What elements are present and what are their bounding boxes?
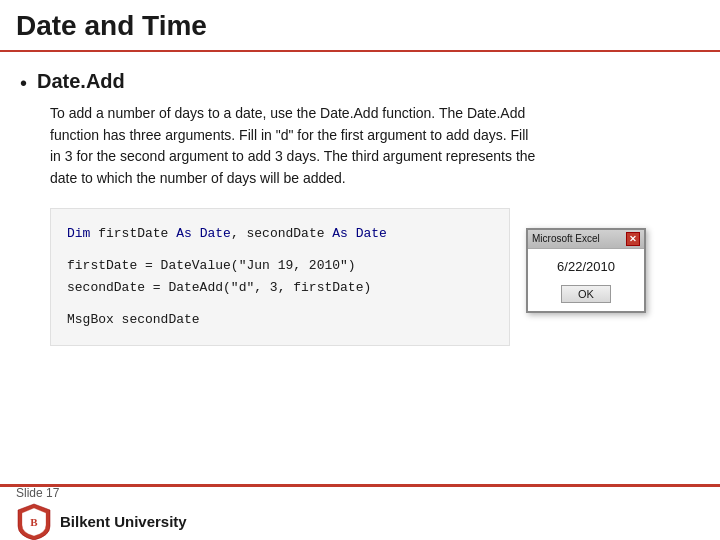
code-line-1: Dim firstDate As Date, secondDate As Dat… — [67, 223, 493, 245]
excel-body: 6/22/2010 OK — [528, 249, 644, 311]
bullet-label: Date.Add — [37, 70, 125, 93]
code-block: Dim firstDate As Date, secondDate As Dat… — [50, 208, 510, 346]
code-line-4: MsgBox secondDate — [67, 309, 493, 331]
code-line-2: firstDate = DateValue("Jun 19, 2010") — [67, 255, 493, 277]
code-line-3: secondDate = DateAdd("d", 3, firstDate) — [67, 277, 493, 299]
svg-text:B: B — [30, 516, 38, 528]
main-content: • Date.Add To add a number of days to a … — [0, 52, 720, 356]
logo-area: B Bilkent University — [16, 502, 187, 541]
excel-close-button[interactable]: ✕ — [626, 232, 640, 246]
page-header: Date and Time — [0, 0, 720, 52]
excel-dialog: Microsoft Excel ✕ 6/22/2010 OK — [526, 228, 646, 313]
code-area: Dim firstDate As Date, secondDate As Dat… — [50, 208, 700, 346]
footer: Slide 17 B Bilkent University — [0, 484, 720, 540]
code-blank-2 — [67, 299, 493, 309]
excel-date-value: 6/22/2010 — [536, 259, 636, 274]
excel-title: Microsoft Excel — [532, 233, 600, 244]
bullet-item-dateadd: • Date.Add — [20, 70, 700, 95]
description-text: To add a number of days to a date, use t… — [50, 103, 540, 190]
page-title: Date and Time — [16, 10, 704, 42]
university-name: Bilkent University — [60, 513, 187, 530]
slide-number: Slide 17 — [16, 486, 187, 500]
excel-ok-button[interactable]: OK — [561, 285, 611, 303]
excel-titlebar: Microsoft Excel ✕ — [528, 230, 644, 249]
code-blank-1 — [67, 245, 493, 255]
bilkent-logo: B — [16, 502, 52, 541]
footer-left: Slide 17 B Bilkent University — [16, 486, 187, 541]
bullet-dot: • — [20, 71, 27, 95]
